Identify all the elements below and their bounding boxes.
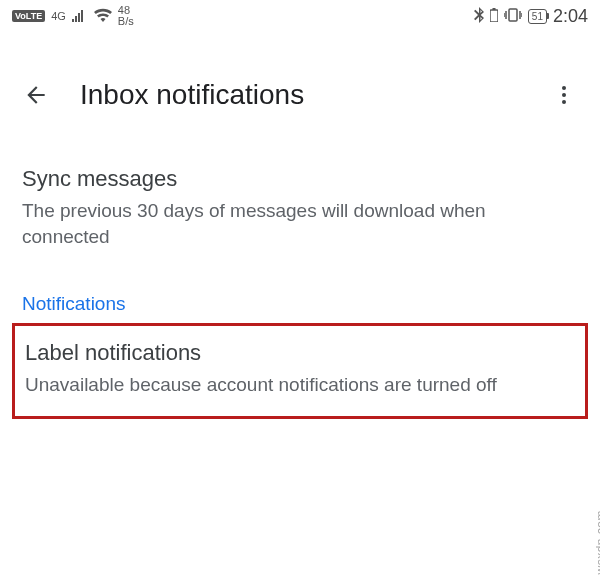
speed-unit: B/s <box>118 16 134 27</box>
svg-point-5 <box>562 100 566 104</box>
watermark-text: wsxdn.com <box>594 510 600 575</box>
sync-messages-setting[interactable]: Sync messages The previous 30 days of me… <box>22 148 578 267</box>
more-vert-icon <box>552 83 576 107</box>
svg-rect-1 <box>492 8 495 10</box>
label-notif-title: Label notifications <box>25 340 575 366</box>
battery-percent: 51 <box>528 9 547 24</box>
svg-point-4 <box>562 93 566 97</box>
content-area: Sync messages The previous 30 days of me… <box>0 148 600 419</box>
bluetooth-icon <box>474 7 484 26</box>
volte-badge: VoLTE <box>12 10 45 22</box>
vibrate-icon <box>504 8 522 25</box>
label-notif-desc: Unavailable because account notification… <box>25 372 575 398</box>
page-title: Inbox notifications <box>80 79 540 111</box>
clock: 2:04 <box>553 6 588 27</box>
svg-point-3 <box>562 86 566 90</box>
network-generation: 4G <box>51 11 66 22</box>
wifi-icon <box>94 8 112 25</box>
more-button[interactable] <box>540 71 588 119</box>
status-left: VoLTE 4G 48 B/s <box>12 5 134 27</box>
arrow-back-icon <box>23 82 49 108</box>
status-bar: VoLTE 4G 48 B/s 51 2:04 <box>0 0 600 32</box>
svg-rect-0 <box>490 10 498 22</box>
svg-rect-2 <box>509 9 517 21</box>
sync-title: Sync messages <box>22 166 578 192</box>
status-right: 51 2:04 <box>474 6 588 27</box>
sync-desc: The previous 30 days of messages will do… <box>22 198 578 249</box>
label-notifications-setting[interactable]: Label notifications Unavailable because … <box>12 323 588 419</box>
back-button[interactable] <box>12 71 60 119</box>
signal-icon <box>72 8 88 25</box>
network-speed: 48 B/s <box>118 5 134 27</box>
battery-small-icon <box>490 8 498 25</box>
app-bar: Inbox notifications <box>0 62 600 128</box>
notifications-section-header: Notifications <box>22 293 578 315</box>
